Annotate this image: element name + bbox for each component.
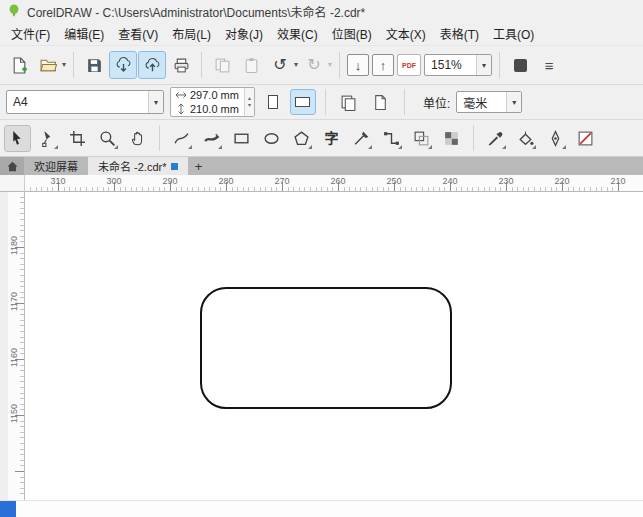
text-tool[interactable]: 字 [319, 126, 344, 151]
print-button[interactable] [168, 52, 194, 78]
menu-effects[interactable]: 效果(C) [270, 22, 325, 45]
menu-edit[interactable]: 编辑(E) [57, 22, 111, 45]
undo-button[interactable]: ↺ ▾ [267, 52, 298, 78]
window-title: CorelDRAW - C:\Users\Administrator\Docum… [27, 3, 365, 20]
units-label: 单位: [423, 94, 450, 111]
page-width-input[interactable]: 297.0 mm [171, 88, 244, 102]
toolbox-separator [159, 125, 160, 151]
copy-button[interactable] [209, 52, 235, 78]
all-pages-button[interactable] [336, 89, 362, 115]
hruler-label: 280 [212, 176, 240, 186]
hand-icon [129, 130, 146, 147]
menu-bitmaps[interactable]: 位图(B) [325, 22, 379, 45]
freehand-tool[interactable] [169, 126, 194, 151]
page-height-value: 210.0 mm [190, 103, 239, 115]
menu-file[interactable]: 文件(F) [4, 22, 57, 45]
pattern-fill-tool[interactable] [439, 126, 464, 151]
eyedropper-tool[interactable] [483, 126, 508, 151]
cloud-download-button[interactable] [110, 52, 136, 78]
shape-tool[interactable] [35, 126, 60, 151]
crop-tool[interactable] [65, 126, 90, 151]
portrait-icon [268, 95, 278, 109]
units-combobox[interactable]: 毫米 ▾ [456, 91, 522, 113]
units-caret[interactable]: ▾ [506, 92, 521, 112]
canvas[interactable] [25, 192, 643, 500]
hruler-label: 300 [100, 176, 128, 186]
ruler-origin[interactable] [0, 175, 25, 192]
toolbar-separator [339, 52, 340, 78]
rounded-rectangle-object[interactable] [200, 287, 452, 409]
current-page-button[interactable] [368, 89, 394, 115]
page-size-caret[interactable]: ▾ [148, 91, 163, 113]
connector-tool[interactable] [379, 126, 404, 151]
tab-welcome[interactable]: 欢迎屏幕 [24, 157, 88, 175]
open-flyout-caret[interactable]: ▾ [62, 61, 66, 69]
transparency-tool[interactable] [409, 126, 434, 151]
save-button[interactable] [81, 52, 107, 78]
home-tab[interactable] [0, 157, 24, 175]
artistic-media-tool[interactable] [199, 126, 224, 151]
rectangle-tool[interactable] [229, 126, 254, 151]
new-document-button[interactable] [6, 52, 32, 78]
toolbar-separator [499, 52, 500, 78]
ruler-row: 310 300 290 280 270 260 250 240 230 220 … [0, 175, 643, 192]
landscape-button[interactable] [291, 90, 315, 114]
import-button[interactable]: ↓ [347, 54, 369, 76]
units-value: 毫米 [457, 94, 506, 111]
tab-document[interactable]: 未命名 -2.cdr* [88, 157, 188, 175]
crop-icon [69, 130, 86, 147]
menu-object[interactable]: 对象(J) [218, 22, 270, 45]
menu-view[interactable]: 查看(V) [111, 22, 165, 45]
fill-color-tool[interactable] [573, 126, 598, 151]
polygon-icon [293, 130, 310, 147]
redo-button[interactable]: ↻ ▾ [301, 52, 332, 78]
new-tab-button[interactable]: + [188, 157, 208, 175]
toolbar-separator [73, 52, 74, 78]
polygon-tool[interactable] [289, 126, 314, 151]
publish-pdf-button[interactable]: PDF [397, 54, 421, 76]
pan-tool[interactable] [125, 126, 150, 151]
paste-button[interactable] [238, 52, 264, 78]
import-icon: ↓ [355, 58, 362, 73]
open-button[interactable]: ▾ [35, 52, 66, 78]
toolbox-separator [473, 125, 474, 151]
coreldraw-logo-icon [7, 4, 21, 18]
toolbox: 字 [0, 120, 643, 157]
options-button[interactable]: ≡ [536, 52, 562, 78]
zoom-dropdown-caret[interactable]: ▾ [476, 55, 491, 75]
artistic-media-icon [203, 130, 220, 147]
vertical-ruler[interactable]: 1180 1170 1160 1150 [8, 192, 25, 500]
new-document-icon [11, 57, 28, 74]
menu-layout[interactable]: 布局(L) [165, 22, 218, 45]
page-size-value: A4 [7, 95, 148, 109]
portrait-button[interactable] [261, 90, 285, 114]
export-button[interactable]: ↑ [372, 54, 394, 76]
zoom-level-combobox[interactable]: 151% ▾ [424, 54, 492, 76]
outline-pen-tool[interactable] [543, 126, 568, 151]
pdf-icon: PDF [402, 62, 416, 69]
fullscreen-icon [514, 59, 527, 72]
horizontal-ruler[interactable]: 310 300 290 280 270 260 250 240 230 220 … [25, 175, 643, 192]
zoom-level-value: 151% [425, 58, 476, 72]
menu-tools[interactable]: 工具(O) [486, 22, 541, 45]
options-lines-icon: ≡ [545, 58, 554, 73]
menu-text[interactable]: 文本(X) [379, 22, 433, 45]
two-point-line-tool[interactable] [349, 126, 374, 151]
zoom-tool[interactable] [95, 126, 120, 151]
redo-flyout-caret[interactable]: ▾ [328, 61, 332, 69]
page-height-icon [176, 104, 186, 114]
bottom-left-swatch[interactable] [0, 501, 16, 517]
page-size-combobox[interactable]: A4 ▾ [6, 90, 164, 114]
undo-flyout-caret[interactable]: ▾ [294, 61, 298, 69]
property-bar: A4 ▾ 297.0 mm 210.0 mm ▴ ▾ [0, 85, 643, 120]
vruler-label: 1160 [9, 348, 19, 367]
page-height-input[interactable]: 210.0 mm [171, 102, 244, 116]
interactive-fill-tool[interactable] [513, 126, 538, 151]
print-icon [173, 57, 190, 74]
page-dimensions-spinner[interactable]: ▴ ▾ [244, 88, 254, 116]
cloud-upload-button[interactable] [139, 52, 165, 78]
menu-table[interactable]: 表格(T) [433, 22, 486, 45]
ellipse-tool[interactable] [259, 126, 284, 151]
pick-tool[interactable] [5, 126, 30, 151]
fullscreen-preview-button[interactable] [507, 52, 533, 78]
